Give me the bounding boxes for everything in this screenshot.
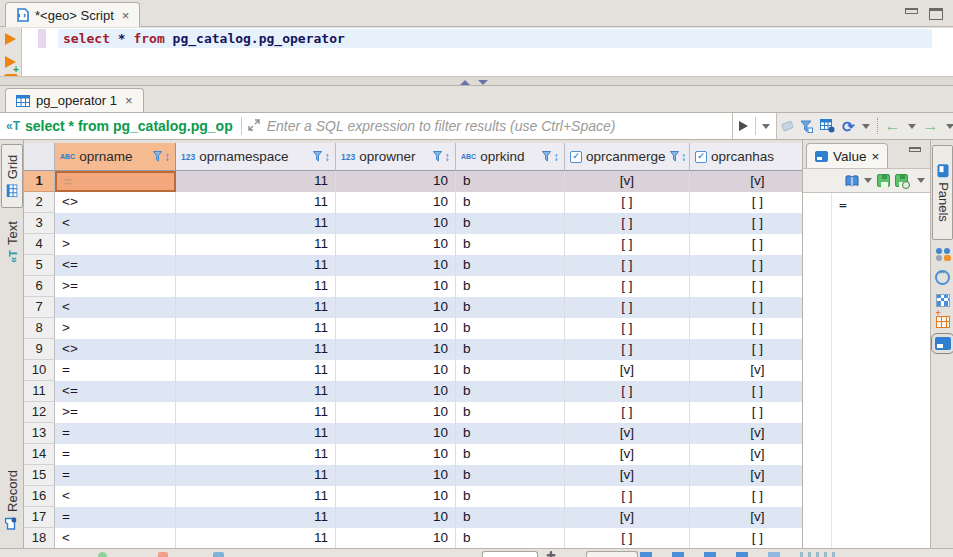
grid-cell-oprnamespace[interactable]: 11 xyxy=(176,444,336,465)
column-header-oprname[interactable]: ABCoprname↕ xyxy=(55,143,176,171)
filter-history-dropdown[interactable] xyxy=(762,124,770,129)
grid-cell-oprcanmerge[interactable]: [ ] xyxy=(565,486,690,507)
close-icon[interactable]: × xyxy=(125,93,133,108)
value-editor[interactable]: = xyxy=(803,192,931,548)
grid-cell-oprcanmerge[interactable]: [ ] xyxy=(565,276,690,297)
clear-filter-icon[interactable] xyxy=(781,120,794,131)
row-number[interactable]: 13 xyxy=(24,423,55,444)
grid-cell-oprcanhas[interactable]: [ ] xyxy=(690,318,802,339)
row-number[interactable]: 11 xyxy=(24,381,55,402)
grid-cell-oprowner[interactable]: 10 xyxy=(336,465,456,486)
row-number[interactable]: 17 xyxy=(24,507,55,528)
word-wrap-dropdown[interactable] xyxy=(864,178,872,183)
row-number[interactable]: 7 xyxy=(24,297,55,318)
grid-cell-oprkind[interactable]: b xyxy=(456,360,565,381)
grid-cell-oprcanhas[interactable]: [ ] xyxy=(690,276,802,297)
grid-corner-cell[interactable] xyxy=(24,143,55,171)
grid-cell-oprname[interactable]: <> xyxy=(55,192,176,213)
sql-editor[interactable]: + select * from pg_catalog.pg_operator xyxy=(0,28,953,76)
sort-icon[interactable]: ↕ xyxy=(444,150,450,164)
grid-cell-oprcanhas[interactable]: [v] xyxy=(690,423,802,444)
grid-cell-oprname[interactable]: > xyxy=(55,234,176,255)
grid-cell-oprcanhas[interactable]: [v] xyxy=(690,360,802,381)
tab-text-view[interactable]: «T Text xyxy=(1,214,23,270)
grid-cell-oprcanmerge[interactable]: [ ] xyxy=(565,381,690,402)
grid-cell-oprcanmerge[interactable]: [ ] xyxy=(565,402,690,423)
row-number[interactable]: 6 xyxy=(24,276,55,297)
row-number[interactable]: 4 xyxy=(24,234,55,255)
grid-cell-oprcanhas[interactable]: [ ] xyxy=(690,192,802,213)
filter-funnel-icon[interactable] xyxy=(313,151,322,162)
close-icon[interactable]: × xyxy=(122,8,130,23)
grid-cell-oprowner[interactable]: 10 xyxy=(336,360,456,381)
tab-pg-operator-1[interactable]: pg_operator 1 × xyxy=(5,88,144,112)
grid-cell-oprcanmerge[interactable]: [ ] xyxy=(565,528,690,548)
filter-funnel-icon[interactable] xyxy=(153,151,162,162)
grid-cell-oprcanhas[interactable]: [v] xyxy=(690,444,802,465)
expand-filter-icon[interactable] xyxy=(248,119,260,134)
grid-cell-oprcanhas[interactable]: [ ] xyxy=(690,234,802,255)
grid-cell-oprcanmerge[interactable]: [ ] xyxy=(565,255,690,276)
custom-filter-icon[interactable] xyxy=(800,120,813,133)
grid-cell-oprnamespace[interactable]: 11 xyxy=(176,276,336,297)
column-header-oprowner[interactable]: 123oprowner↕ xyxy=(336,143,456,171)
close-icon[interactable]: × xyxy=(872,149,880,164)
grid-cell-oprowner[interactable]: 10 xyxy=(336,444,456,465)
save-value-later-icon[interactable] xyxy=(895,174,908,187)
editor-results-splitter[interactable] xyxy=(0,76,953,86)
grid-cell-oprowner[interactable]: 10 xyxy=(336,297,456,318)
row-number[interactable]: 9 xyxy=(24,339,55,360)
grid-cell-oprname[interactable]: <> xyxy=(55,339,176,360)
filter-funnel-icon[interactable] xyxy=(433,151,442,162)
grid-cell-oprnamespace[interactable]: 11 xyxy=(176,234,336,255)
grid-cell-oprname[interactable]: < xyxy=(55,486,176,507)
grid-cell-oprcanhas[interactable]: [v] xyxy=(690,171,802,192)
grid-cell-oprname[interactable]: >= xyxy=(55,276,176,297)
grid-cell-oprcanhas[interactable]: [ ] xyxy=(690,297,802,318)
row-number[interactable]: 14 xyxy=(24,444,55,465)
grid-cell-oprnamespace[interactable]: 11 xyxy=(176,213,336,234)
grid-cell-oprnamespace[interactable]: 11 xyxy=(176,339,336,360)
apply-filter-button[interactable] xyxy=(739,121,748,131)
grid-cell-oprnamespace[interactable]: 11 xyxy=(176,507,336,528)
grid-cell-oprnamespace[interactable]: 11 xyxy=(176,318,336,339)
grid-cell-oprcanmerge[interactable]: [ ] xyxy=(565,318,690,339)
grid-cell-oprkind[interactable]: b xyxy=(456,423,565,444)
previous-dropdown[interactable] xyxy=(908,124,916,129)
grid-cell-oprowner[interactable]: 10 xyxy=(336,171,456,192)
grid-cell-oprkind[interactable]: b xyxy=(456,381,565,402)
grid-cell-oprcanmerge[interactable]: [ ] xyxy=(565,297,690,318)
filter-funnel-icon[interactable] xyxy=(670,151,679,162)
grid-cell-oprcanhas[interactable]: [ ] xyxy=(690,255,802,276)
row-number[interactable]: 12 xyxy=(24,402,55,423)
grid-cell-oprowner[interactable]: 10 xyxy=(336,234,456,255)
sort-icon[interactable]: ↕ xyxy=(164,150,170,164)
row-number[interactable]: 3 xyxy=(24,213,55,234)
panels-button[interactable]: Panels xyxy=(932,145,953,240)
grid-cell-oprcanhas[interactable]: [ ] xyxy=(690,528,802,548)
grid-cell-oprname[interactable]: = xyxy=(55,171,176,192)
grid-cell-oprkind[interactable]: b xyxy=(456,318,565,339)
sort-icon[interactable]: ↕ xyxy=(553,150,559,164)
save-settings-icon[interactable] xyxy=(820,119,835,133)
maximize-icon[interactable] xyxy=(929,8,943,20)
grid-cell-oprname[interactable]: < xyxy=(55,213,176,234)
grid-cell-oprcanhas[interactable]: [ ] xyxy=(690,339,802,360)
grid-cell-oprkind[interactable]: b xyxy=(456,171,565,192)
minimize-icon[interactable] xyxy=(905,8,918,14)
grid-cell-oprname[interactable]: >= xyxy=(55,402,176,423)
grid-cell-oprowner[interactable]: 10 xyxy=(336,318,456,339)
grid-cell-oprkind[interactable]: b xyxy=(456,444,565,465)
grid-cell-oprowner[interactable]: 10 xyxy=(336,486,456,507)
refresh-icon[interactable]: ⟳ xyxy=(842,119,855,134)
grid-cell-oprnamespace[interactable]: 11 xyxy=(176,192,336,213)
row-number[interactable]: 5 xyxy=(24,255,55,276)
row-number[interactable]: 10 xyxy=(24,360,55,381)
calc-panel-icon[interactable] xyxy=(936,316,950,328)
grid-cell-oprkind[interactable]: b xyxy=(456,213,565,234)
tab-grid-view[interactable]: Grid xyxy=(1,144,23,208)
chevron-down-icon[interactable] xyxy=(478,80,488,85)
column-header-oprkind[interactable]: ABCoprkind↕ xyxy=(456,143,565,171)
grid-cell-oprowner[interactable]: 10 xyxy=(336,381,456,402)
metadata-panel-icon[interactable] xyxy=(936,248,950,261)
